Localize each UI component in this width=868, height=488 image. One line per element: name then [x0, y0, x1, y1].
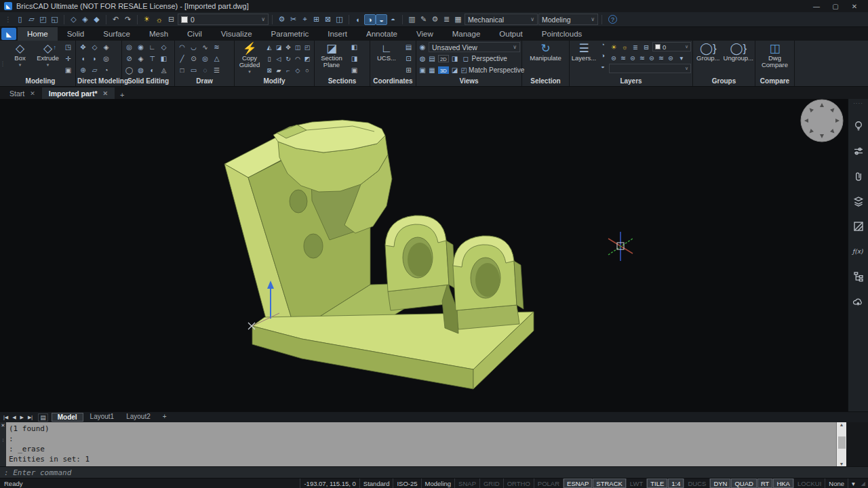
3d-view-chip[interactable]: 3D	[438, 66, 449, 74]
ucs-button[interactable]: ∟ UCS...	[372, 41, 401, 77]
modify-tool-icon[interactable]: ◫	[293, 41, 302, 53]
current-layer-select[interactable]: 0 ∨	[652, 42, 691, 52]
direct-modeling-tool-icon[interactable]: ▱	[89, 64, 100, 76]
layer-tool-icon[interactable]: ◑	[598, 52, 608, 63]
modify-tool-icon[interactable]: ⊠	[264, 64, 274, 76]
layer-state-icon[interactable]: ≋	[637, 54, 647, 62]
coordinates-tool-icon[interactable]: ▤	[403, 41, 414, 53]
extrude-button[interactable]: ◇↑ Extrude ▾	[35, 41, 61, 77]
modify-tool-icon[interactable]: ▯	[264, 53, 274, 64]
direct-modeling-tool-icon[interactable]: ◈	[100, 41, 112, 53]
views-tool-icon[interactable]: ◪	[450, 66, 460, 74]
sheet-nav-button[interactable]: ▶|	[26, 415, 35, 420]
draw-tool-icon[interactable]: △	[211, 53, 222, 64]
sections-tool-icon[interactable]: ◧	[349, 41, 360, 53]
profile-select[interactable]: Modeling ∨	[538, 14, 598, 25]
edit-tool-icon[interactable]: ✂	[288, 14, 299, 25]
maximize-button[interactable]: ▢	[826, 3, 845, 10]
status-toggle[interactable]: ESNAP	[563, 479, 592, 488]
close-tab-icon[interactable]: ✕	[103, 90, 108, 97]
modify-tool-icon[interactable]: ◭	[264, 41, 274, 53]
draw-tool-icon[interactable]: □	[176, 64, 188, 76]
direct-modeling-tool-icon[interactable]: ⊕	[77, 64, 89, 76]
box-button[interactable]: ◇ Box ▾	[7, 41, 33, 77]
solid-editing-tool-icon[interactable]: ◍	[135, 64, 146, 76]
layer-state-icon[interactable]: ⊜	[628, 54, 637, 62]
layout-tab[interactable]: +	[157, 413, 172, 422]
ungroup-button[interactable]: ◯} Ungroup...	[724, 41, 753, 77]
status-toggle[interactable]: DYN	[709, 479, 730, 488]
layout-tab[interactable]: Layout2	[121, 413, 156, 422]
panel-tool-icon[interactable]: ⚙	[429, 14, 441, 25]
doc-tab-imported-part[interactable]: Imported part* ✕	[42, 87, 115, 99]
match-perspective-toggle[interactable]: Match Perspective	[469, 66, 524, 74]
ribbon-tab[interactable]: Visualize	[212, 27, 262, 41]
sections-tool-icon[interactable]: ▣	[349, 64, 360, 76]
edit-tool-icon[interactable]: ⚙	[276, 14, 288, 25]
application-button[interactable]: ◣	[1, 28, 16, 40]
new-tab-button[interactable]: +	[115, 91, 130, 99]
draw-tool-icon[interactable]: ▭	[188, 64, 199, 76]
copy-guided-button[interactable]: ⚡ Copy Guided ▾	[236, 41, 263, 77]
minimize-button[interactable]: —	[807, 3, 826, 10]
modify-tool-icon[interactable]: ↻	[283, 53, 293, 64]
close-button[interactable]: ✕	[845, 3, 864, 10]
file-tool-icon[interactable]: ▯	[14, 14, 26, 25]
edit-tool-icon[interactable]: ◫	[334, 14, 345, 25]
layer-on-icon[interactable]: ☀	[141, 14, 153, 25]
sections-tool-icon[interactable]: ◨	[349, 53, 360, 64]
layer-thaw-icon[interactable]: ☼	[620, 43, 629, 51]
draw-tool-icon[interactable]: ╱	[176, 53, 188, 64]
ribbon-tab[interactable]: Parametric	[262, 27, 319, 41]
layout-tab[interactable]: Layout1	[85, 413, 120, 422]
chevron-down-icon[interactable]: ▾	[677, 54, 686, 62]
block-tool-icon[interactable]: ◈	[79, 14, 91, 25]
redo-icon[interactable]: ↷	[122, 14, 134, 25]
ribbon-tab[interactable]: Solid	[58, 27, 94, 41]
dwg-compare-button[interactable]: ◫ Dwg Compare	[760, 41, 791, 77]
scroll-down-icon[interactable]: ▼	[840, 462, 844, 466]
status-toggle[interactable]: DUCS	[684, 479, 709, 488]
sheet-nav-button[interactable]: ▶	[18, 415, 26, 420]
draw-tool-icon[interactable]: ⊙	[188, 53, 199, 64]
ribbon-tab[interactable]: Output	[490, 27, 532, 41]
status-toggle[interactable]: LOCKUI	[793, 479, 825, 488]
direct-modeling-tool-icon[interactable]: ◎	[100, 53, 112, 64]
ribbon-tab[interactable]: View	[407, 27, 443, 41]
draw-tool-icon[interactable]: ≋	[211, 41, 222, 53]
resize-grip-icon[interactable]: ◢	[859, 481, 868, 487]
solid-editing-tool-icon[interactable]: ⊘	[123, 53, 135, 64]
direct-modeling-tool-icon[interactable]: ◖	[77, 53, 89, 64]
status-toggle[interactable]: RT	[757, 479, 773, 488]
modify-tool-icon[interactable]: ▰	[274, 64, 283, 76]
panel-tool-icon[interactable]: ▥	[406, 14, 418, 25]
status-toggle[interactable]: ▾	[848, 479, 859, 488]
status-toggle[interactable]: ORTHO	[503, 479, 534, 488]
render-mode-icon[interactable]: ◐	[353, 14, 364, 25]
modeling-tool-icon[interactable]: ◳	[62, 41, 74, 53]
sheet-nav-button[interactable]: |◀	[1, 415, 10, 420]
block-tool-icon[interactable]: ◇	[68, 14, 79, 25]
modify-tool-icon[interactable]: ✥	[283, 41, 293, 53]
views-tool-icon[interactable]: ◍	[418, 55, 427, 62]
status-toggle[interactable]: None	[825, 479, 848, 488]
ribbon-tab[interactable]: Surface	[94, 27, 140, 41]
draw-tool-icon[interactable]: ◌	[199, 64, 211, 76]
status-toggle[interactable]: HKA	[772, 479, 793, 488]
layout-tab[interactable]: Model	[52, 413, 83, 422]
solid-editing-tool-icon[interactable]: ◧	[158, 53, 170, 64]
panel-tool-icon[interactable]: ≣	[441, 14, 452, 25]
render-mode-icon[interactable]: ◒	[376, 14, 387, 25]
layer-tool-icon[interactable]: ◔	[598, 41, 608, 52]
toolbar-grip[interactable]: ⋮	[5, 16, 12, 23]
panel-tool-icon[interactable]: ✎	[418, 14, 429, 25]
block-tool-icon[interactable]: ◆	[91, 14, 102, 25]
layer-state-icon[interactable]: ≋	[618, 54, 628, 62]
ribbon-tab[interactable]: Mesh	[140, 27, 178, 41]
modify-tool-icon[interactable]: ○	[302, 64, 312, 76]
layers-button[interactable]: ☰ Layers...	[571, 41, 597, 77]
modeling-tool-icon[interactable]: ✛	[62, 53, 74, 64]
layer-print-icon[interactable]: ⊟	[642, 43, 651, 51]
view-select[interactable]: Unsaved View ∨	[429, 42, 520, 52]
status-toggle[interactable]: Modeling	[421, 479, 455, 488]
